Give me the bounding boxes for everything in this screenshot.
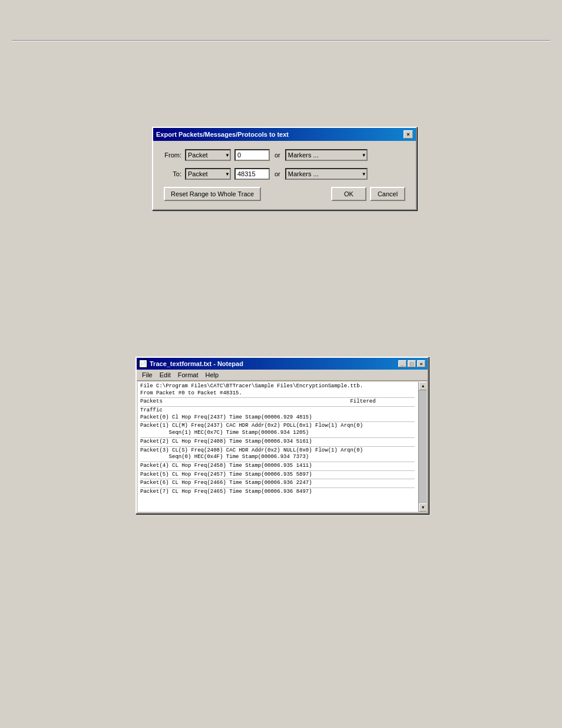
notepad-line: Packet(2) CL Hop Freq(2408) Time Stamp(0… xyxy=(140,439,415,446)
ok-button[interactable]: OK xyxy=(331,187,366,201)
export-dialog: Export Packets/Messages/Protocols to tex… xyxy=(152,127,417,210)
notepad-line: Seqn(1) HEC(0x7C) Time Stamp(00006.934 1… xyxy=(140,430,415,437)
scroll-up-button[interactable]: ▲ xyxy=(419,382,427,390)
notepad-line: Traffic xyxy=(140,407,415,414)
notepad-line: From Packet #0 to Packet #48315. xyxy=(140,390,415,397)
to-value-input[interactable] xyxy=(234,168,270,180)
notepad-menu-format[interactable]: Format xyxy=(175,371,201,379)
dialog-buttons-row: Reset Range to Whole Trace OK Cancel xyxy=(164,187,405,201)
from-type-dropdown-wrapper[interactable]: Packet xyxy=(185,149,231,161)
line-separator xyxy=(140,421,415,422)
to-or-label: or xyxy=(275,170,280,177)
notepad-title-left: 📄 Trace_textformat.txt - Notepad xyxy=(139,360,243,368)
notepad-titlebar-buttons: _ □ × xyxy=(398,360,425,367)
from-row: From: Packet or Markers ... xyxy=(164,149,405,161)
line-separator xyxy=(140,470,415,471)
notepad-content-area[interactable]: File C:\Program Files\CATC\BTTracer\Samp… xyxy=(138,382,427,512)
to-markers-dropdown[interactable]: Markers ... xyxy=(285,168,368,180)
export-dialog-close-button[interactable]: × xyxy=(404,130,413,139)
notepad-titlebar: 📄 Trace_textformat.txt - Notepad _ □ × xyxy=(137,358,428,370)
notepad-line: Packet(3) CL(S) Freq(2408) CAC HDR Addr(… xyxy=(140,447,415,454)
notepad-close-button[interactable]: × xyxy=(417,360,425,367)
scroll-down-button[interactable]: ▼ xyxy=(419,503,427,512)
to-type-dropdown[interactable]: Packet xyxy=(185,168,231,180)
notepad-minimize-button[interactable]: _ xyxy=(398,360,406,367)
dialog-ok-cancel-group: OK Cancel xyxy=(331,187,405,201)
notepad-line: Packet(4) CL Hop Freq(2458) Time Stamp(0… xyxy=(140,463,415,470)
notepad-menu-file[interactable]: File xyxy=(139,371,156,379)
to-row: To: Packet or Markers ... xyxy=(164,168,405,180)
to-label: To: xyxy=(164,170,181,177)
notepad-line: Packet(7) CL Hop Freq(2465) Time Stamp(0… xyxy=(140,489,415,496)
notepad-text: File C:\Program Files\CATC\BTTracer\Samp… xyxy=(140,383,415,496)
notepad-line: Seqn(0) HEC(0x4F) Time Stamp(00006.934 7… xyxy=(140,454,415,461)
line-separator xyxy=(140,406,415,407)
from-markers-dropdown-wrapper[interactable]: Markers ... xyxy=(285,149,368,161)
notepad-line: Packets Filtered xyxy=(140,398,415,406)
notepad-line: Packet(1) CL(M) Freq(2437) CAC HDR Addr(… xyxy=(140,423,415,430)
notepad-menu-help[interactable]: Help xyxy=(203,371,222,379)
to-type-dropdown-wrapper[interactable]: Packet xyxy=(185,168,231,180)
notepad-title: Trace_textformat.txt - Notepad xyxy=(150,360,243,367)
export-dialog-body: From: Packet or Markers ... To: Packet xyxy=(153,141,416,209)
line-separator xyxy=(140,462,415,462)
line-separator xyxy=(140,397,415,398)
notepad-app-icon: 📄 xyxy=(139,360,147,368)
from-type-dropdown[interactable]: Packet xyxy=(185,149,231,161)
notepad-line: File C:\Program Files\CATC\BTTracer\Samp… xyxy=(140,383,415,390)
line-separator xyxy=(140,479,415,479)
line-separator xyxy=(140,446,415,447)
top-divider xyxy=(12,40,550,41)
notepad-maximize-button[interactable]: □ xyxy=(408,360,416,367)
notepad-menubar: File Edit Format Help xyxy=(137,370,428,381)
line-separator xyxy=(140,437,415,438)
notepad-line: Packet(0) Cl Hop Freq(2437) Time Stamp(0… xyxy=(140,414,415,421)
from-markers-dropdown[interactable]: Markers ... xyxy=(285,149,368,161)
notepad-menu-edit[interactable]: Edit xyxy=(157,371,174,379)
from-label: From: xyxy=(164,151,181,159)
export-dialog-title: Export Packets/Messages/Protocols to tex… xyxy=(156,131,404,138)
export-dialog-titlebar: Export Packets/Messages/Protocols to tex… xyxy=(153,128,416,141)
line-separator xyxy=(140,487,415,488)
scrollbar-track[interactable] xyxy=(419,390,427,503)
to-markers-dropdown-wrapper[interactable]: Markers ... xyxy=(285,168,368,180)
notepad-scrollbar[interactable]: ▲ ▼ xyxy=(418,382,427,512)
reset-range-button[interactable]: Reset Range to Whole Trace xyxy=(164,187,261,201)
from-or-label: or xyxy=(275,151,280,159)
notepad-line: Packet(5) CL Hop Freq(2457) Time Stamp(0… xyxy=(140,472,415,479)
from-value-input[interactable] xyxy=(234,149,270,161)
notepad-window: 📄 Trace_textformat.txt - Notepad _ □ × F… xyxy=(135,357,429,514)
notepad-line: Packet(6) CL Hop Freq(2466) Time Stamp(0… xyxy=(140,480,415,487)
cancel-button[interactable]: Cancel xyxy=(370,187,405,201)
